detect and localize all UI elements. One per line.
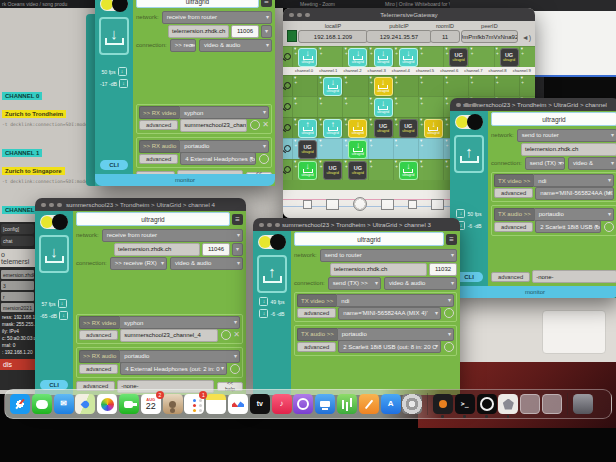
close-x-icon[interactable]: ✕ [233,331,240,339]
network-dropdown[interactable]: send to router [517,129,616,142]
minimize-icon[interactable] [464,103,469,108]
magnifier-icon[interactable] [284,166,291,173]
hamburger-menu-icon[interactable]: ≡ [261,0,272,7]
dock-calendar-icon[interactable]: AUG222 [141,394,161,414]
magnifier-icon[interactable] [284,103,291,110]
dock-numbers-icon[interactable] [337,394,357,414]
close-icon[interactable] [259,223,264,228]
radio-icon[interactable] [230,364,240,374]
dock-max-icon[interactable] [498,394,518,414]
db-button[interactable]: ↓ [59,311,68,320]
dock-settings-icon[interactable] [402,394,422,414]
dock-minimized1-icon[interactable] [520,394,540,414]
close-x-icon[interactable]: ✕ [262,121,269,129]
zoom-icon[interactable] [472,103,477,108]
tx-audio-dropdown[interactable]: portaudio [534,208,614,221]
dock-appstore-icon[interactable]: A [381,394,401,414]
audio-device-dropdown[interactable]: 4 External Headphones (out: 2 in: 0 [120,362,227,375]
minimize-icon[interactable] [267,223,272,228]
radio-icon[interactable] [221,330,231,340]
dock-health-icon[interactable] [228,394,248,414]
close-icon[interactable] [41,203,46,208]
dock-appletv-icon[interactable]: tv [250,394,270,414]
ultragrid-ug-icon[interactable]: UGultragrid [298,140,317,159]
network-dropdown[interactable]: receive from router [162,11,272,24]
rx-video-dropdown[interactable]: syphon [119,316,240,329]
window-controls[interactable] [259,223,280,228]
tx-video-dropdown[interactable]: ndi [336,294,454,307]
fps-button[interactable]: ↓ [456,209,465,218]
roomid-field[interactable]: 11 [430,30,460,43]
advanced-button[interactable]: advanced [297,342,336,352]
db-button[interactable]: ↓ [119,79,128,88]
video-name-dropdown[interactable]: name='MINI-565824AA (MIX 3)' [535,187,614,200]
advanced-button[interactable]: advanced [79,330,118,340]
media-dropdown[interactable]: video & audio [170,257,243,270]
server-field[interactable]: telemersion.zhdk.ch [114,243,200,256]
video-name-dropdown[interactable]: name='MINI-565824AA (MIX 4)' [338,307,441,320]
media-dropdown[interactable]: video & [568,157,616,170]
ultragrid-ug-icon[interactable]: UGultragrid [348,161,367,180]
dock-minimized2-icon[interactable] [542,394,562,414]
server-field[interactable]: telemersion.zhdk.ch [168,25,229,38]
dock-podcasts-icon[interactable] [293,394,313,414]
fps-button[interactable]: ↓ [118,67,127,76]
magnifier-icon[interactable] [284,53,291,60]
advanced-button[interactable]: advanced [494,222,533,232]
dock-terminal-icon[interactable]: >_ [455,394,475,414]
monitor-bar[interactable]: monitor [95,174,275,186]
ultragrid-arrow-icon[interactable]: ↓ultragrid [348,48,367,67]
monitor-bar[interactable]: monitor [450,286,616,298]
advanced-button[interactable]: advanced [491,272,530,282]
close-icon[interactable] [289,13,294,18]
browser-tab[interactable]: Meeting - Zoom [300,1,335,7]
ultragrid-name-box[interactable]: ultragrid [491,112,616,126]
ultragrid-ug-icon[interactable]: UGultragrid [500,48,519,67]
zoom-icon[interactable] [57,203,62,208]
ultragrid-arrow-icon[interactable]: ↑ultragrid [323,119,342,138]
dock-mail-icon[interactable]: ✉ [54,394,74,414]
console-field[interactable]: mersion2021 [1,303,34,312]
dock-contacts-icon[interactable] [163,394,183,414]
disconnect-button[interactable]: dis [0,359,35,370]
console-field[interactable]: 3 [1,281,34,290]
window-controls[interactable] [41,203,62,208]
tx3-titlebar[interactable]: summerschool23 > Trondheim > UltraGrid >… [253,218,460,231]
dock-messages-icon[interactable] [32,394,52,414]
network-dropdown[interactable]: send to router [320,249,457,262]
magnifier-icon[interactable] [284,124,291,131]
radio-icon[interactable] [250,120,260,130]
connection-dropdown[interactable]: >> receive (RX) [110,257,167,270]
power-toggle[interactable] [100,0,128,11]
server-field[interactable]: telemersion.zhdk.ch [521,143,616,156]
ultragrid-arrow-icon[interactable]: ↑ultragrid [298,119,317,138]
media-dropdown[interactable]: video & audio [199,39,272,52]
dock-obs-icon[interactable] [477,394,497,414]
advanced-button[interactable]: advanced [79,364,118,374]
dock-reminders-icon[interactable]: 1 [184,394,204,414]
db-button[interactable]: ↓ [259,309,268,318]
tx-video-dropdown[interactable]: ndi [533,174,614,187]
dock-trash-icon[interactable] [573,394,593,414]
advanced-button[interactable]: advanced [139,154,178,164]
rx4-titlebar[interactable]: summerschool23 > Trondheim > UltraGrid >… [35,198,246,211]
ultragrid-arrow-icon[interactable]: ↓ultragrid [348,119,367,138]
ultragrid-name-box[interactable]: ultragrid [294,232,444,246]
magnifier-icon[interactable] [284,145,291,152]
console-button[interactable]: [config] [1,224,34,234]
video-name-field[interactable]: summerschool23_channel_4 [120,329,218,342]
rx-video-dropdown[interactable]: syphon [179,106,269,119]
connection-dropdown[interactable]: send (TX) >> [525,157,565,170]
network-dropdown[interactable]: receive from router [102,229,243,242]
console-field[interactable]: emersion.zhdk [1,270,34,279]
tx-audio-dropdown[interactable]: portaudio [337,328,454,341]
hamburger-menu-icon[interactable]: ≡ [232,214,243,225]
radio-icon[interactable] [259,154,269,164]
connection-dropdown[interactable]: send (TX) >> [328,277,381,290]
port-field[interactable]: 11032 [429,263,457,276]
ultragrid-ug-icon[interactable]: UGultragrid [374,119,393,138]
fps-button[interactable]: ↓ [58,299,67,308]
rx-audio-dropdown[interactable]: portaudio [119,350,240,363]
dock-utility-icon[interactable] [433,394,453,414]
radio-icon[interactable] [604,222,614,232]
